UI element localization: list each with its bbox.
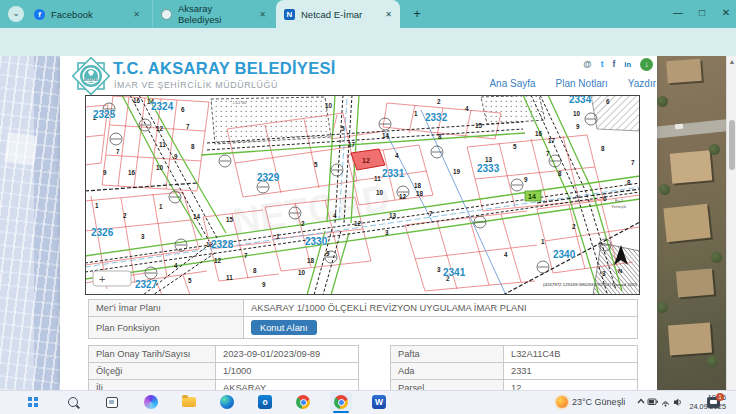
tab-netcad-eimar[interactable]: N Netcad E-İmar ✕ xyxy=(276,0,400,28)
tab-close-icon[interactable]: ✕ xyxy=(259,10,266,19)
table-row: Parsel 12 xyxy=(391,380,638,391)
download-icon[interactable]: ↓ xyxy=(640,58,653,71)
parcel-number: 4 xyxy=(333,212,337,219)
imar-map-svg[interactable]: NETCAD xyxy=(85,95,640,295)
parcel-number: 4 xyxy=(465,105,469,112)
parcel-number: 14 xyxy=(382,132,390,139)
tab-close-icon[interactable]: ✕ xyxy=(133,10,140,19)
tab-label: Aksaray Belediyesi xyxy=(178,3,253,25)
block-number-label: 2324 xyxy=(151,101,174,112)
task-view-button[interactable] xyxy=(101,392,123,412)
page-background-aerial xyxy=(657,56,726,390)
edge-button[interactable] xyxy=(216,392,238,412)
weather-sun-icon[interactable] xyxy=(556,396,568,408)
map-dotted-area-2 xyxy=(481,95,545,124)
chrome-active-button[interactable] xyxy=(330,392,352,412)
wifi-icon xyxy=(662,402,669,407)
close-button[interactable]: ✕ xyxy=(714,0,736,28)
block-number-label: 2329 xyxy=(257,172,280,183)
scrollbar-up-arrow[interactable]: ▲ xyxy=(727,56,736,68)
file-explorer-button[interactable] xyxy=(178,392,200,412)
il-label: İli xyxy=(89,380,216,391)
parcel-number: 9 xyxy=(524,176,528,183)
nav-plan-notlari[interactable]: Plan Notları xyxy=(556,78,608,89)
scrollbar-thumb[interactable] xyxy=(729,120,735,170)
tray-chevron-icon[interactable] xyxy=(638,400,644,404)
parcel-number: 10 xyxy=(298,269,306,276)
plan-onay-value: 2023-09-01/2023/09-89 xyxy=(216,346,359,363)
tab-search-button[interactable]: ⌄ xyxy=(8,6,24,22)
outlook-icon: o xyxy=(258,395,272,409)
parcel-number: 1 xyxy=(95,202,99,209)
parcel-number: 1 xyxy=(159,203,163,210)
notification-badge: 1 xyxy=(716,393,724,401)
tab-aksaray-belediyesi[interactable]: Aksaray Belediyesi ✕ xyxy=(152,0,274,28)
search-button[interactable] xyxy=(62,392,84,412)
pafta-value: L32A11C4B xyxy=(504,346,638,363)
windows-logo-icon xyxy=(28,397,33,402)
table-row: Plan Fonksiyon Konut Alanı xyxy=(89,317,638,339)
facebook-icon: f xyxy=(34,9,45,20)
imar-map[interactable]: NETCAD xyxy=(85,95,640,295)
start-button[interactable] xyxy=(22,392,44,412)
site-nav: Ana Sayfa Plan Notları Yazdır xyxy=(420,78,656,89)
weather-text[interactable]: 23°C Güneşli xyxy=(572,397,625,407)
parcel-number: 3 xyxy=(437,266,441,273)
nav-yazdir[interactable]: Yazdır xyxy=(628,78,656,89)
speaker-icon xyxy=(674,399,680,406)
folder-icon xyxy=(182,397,196,407)
parcel-number: 5 xyxy=(513,143,517,150)
parcel-number: 2 xyxy=(123,212,127,219)
parcel-number: 8 xyxy=(627,179,631,186)
linkedin-icon[interactable]: in xyxy=(624,59,631,70)
svg-text:+: + xyxy=(99,273,105,285)
block-number-label: 2328 xyxy=(211,239,234,250)
maximize-button[interactable]: □ xyxy=(690,0,714,28)
table-row: İli AKSARAY xyxy=(89,380,359,391)
chrome-button[interactable] xyxy=(292,392,314,412)
new-tab-button[interactable]: + xyxy=(408,5,426,23)
system-tray[interactable] xyxy=(636,395,682,409)
aerial-road xyxy=(657,117,726,139)
tab-facebook[interactable]: f Facebook ✕ xyxy=(26,0,148,28)
twitter-icon[interactable]: t xyxy=(601,59,604,70)
table-row: Ada 2331 xyxy=(391,363,638,380)
block-number-label: 2334 xyxy=(569,95,592,105)
tab-close-icon[interactable]: ✕ xyxy=(385,10,392,19)
konut-alani-button[interactable]: Konut Alanı xyxy=(251,320,317,335)
active-app-indicator xyxy=(333,411,349,414)
parcel-number: 7 xyxy=(429,210,433,217)
parcel-number: 10 xyxy=(325,102,333,109)
word-button[interactable]: W xyxy=(368,392,390,412)
map-credit: (4247972.125169-590263.291954) Netcad 20… xyxy=(543,282,638,287)
ada-label: Ada xyxy=(391,363,504,380)
meri-imar-plani-value: AKSARAY 1/1000 ÖLÇEKLİ REVİZYON UYGULAMA… xyxy=(244,300,638,317)
parcel-number: 5 xyxy=(314,161,318,168)
svg-text:AKSARAY: AKSARAY xyxy=(84,78,99,82)
plan-onay-label: Plan Onay Tarih/Sayısı xyxy=(89,346,216,363)
outlook-button[interactable]: o xyxy=(254,392,276,412)
parsel-value: 12 xyxy=(504,380,638,391)
browser-addressbar: ← → ↻ ⚙ ebelediye.aksaray.bel.tr:444/ima… xyxy=(0,28,736,56)
parcel-number: 15 xyxy=(226,216,234,223)
site-header: AKSARAY T.C. AKSARAY BELEDİYESİ İMAR VE … xyxy=(60,56,657,96)
block-number-label: 2340 xyxy=(553,249,576,260)
parcel-number: 3 xyxy=(141,233,145,240)
parcel-number: 1 xyxy=(414,110,418,117)
minimize-button[interactable]: — xyxy=(666,0,690,28)
battery-icon xyxy=(648,399,658,405)
globe-icon xyxy=(161,9,172,20)
parcel-number: 7 xyxy=(631,159,635,166)
parcel-number: 7 xyxy=(116,148,120,155)
parcel-number: 1 xyxy=(541,238,545,245)
parcel-number: 12 xyxy=(399,193,407,200)
map-zoom-in-button[interactable]: + xyxy=(93,271,131,286)
facebook-icon[interactable]: f xyxy=(612,59,615,70)
parcel-number: 3 xyxy=(385,229,389,236)
page-scrollbar[interactable]: ▲ xyxy=(726,56,736,390)
block-number-label: 2326 xyxy=(91,227,114,238)
website-globe-icon[interactable]: @ xyxy=(583,59,591,70)
road-label-number: 14 xyxy=(528,193,536,200)
nav-ana-sayfa[interactable]: Ana Sayfa xyxy=(489,78,535,89)
copilot-button[interactable] xyxy=(140,392,162,412)
